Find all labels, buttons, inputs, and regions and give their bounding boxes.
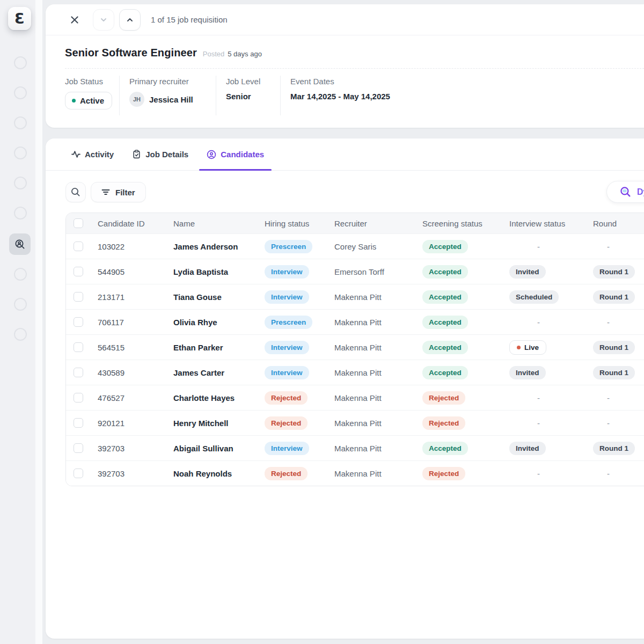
hiring-status-cell: Interview <box>261 341 331 354</box>
table-row[interactable]: 544905Lydia BaptistaInterviewEmerson Tor… <box>66 259 644 284</box>
round-badge: Round 1 <box>593 290 635 304</box>
candidate-name-cell: Noah Reynolds <box>168 469 261 478</box>
hiring-status-badge: Rejected <box>265 467 308 480</box>
recruiter-cell: Makenna Pitt <box>331 343 419 352</box>
status-badge-label: Active <box>80 96 104 105</box>
primary-recruiter-label: Primary recruiter <box>129 77 216 86</box>
tab-candidates[interactable]: Candidates <box>207 138 264 170</box>
interview-status-cell: - <box>505 318 591 327</box>
sidebar-item-2-icon[interactable] <box>14 86 27 99</box>
round-cell: Round 1 <box>591 442 644 455</box>
ai-search-button-label: Dyn <box>637 187 644 197</box>
tab-bar: Activity Job Details <box>46 138 644 171</box>
ai-search-button[interactable]: Dyn <box>606 181 644 203</box>
table-row[interactable]: 564515Ethan ParkerInterviewMakenna PittA… <box>66 334 644 360</box>
sidebar-item-10-icon[interactable] <box>14 328 27 341</box>
table-row[interactable]: 392703Abigail SullivanInterviewMakenna P… <box>66 435 644 460</box>
candidate-id-cell: 544905 <box>92 267 168 276</box>
candidate-id-cell: 213171 <box>92 292 168 302</box>
round-badge: Round 1 <box>593 442 635 455</box>
round-cell: - <box>591 469 644 478</box>
row-checkbox[interactable] <box>74 393 83 402</box>
page-title: Senior Software Engineer <box>65 47 197 59</box>
search-button[interactable] <box>65 182 86 202</box>
user-circle-icon <box>207 150 216 159</box>
interview-status-badge: Invited <box>509 265 546 279</box>
close-button[interactable] <box>68 13 81 26</box>
next-requisition-button[interactable] <box>119 9 141 31</box>
sidebar-item-9-icon[interactable] <box>14 298 27 311</box>
row-checkbox[interactable] <box>74 317 83 327</box>
round-badge: Round 1 <box>593 265 635 279</box>
tab-job-details-label: Job Details <box>145 150 188 159</box>
row-checkbox[interactable] <box>74 267 83 276</box>
row-checkbox-cell <box>66 342 92 352</box>
row-checkbox[interactable] <box>74 292 83 302</box>
round-badge: Round 1 <box>593 341 635 354</box>
recruiter-cell: Makenna Pitt <box>331 292 419 302</box>
interview-status-cell: - <box>505 419 591 428</box>
row-checkbox[interactable] <box>74 443 83 453</box>
hiring-status-badge: Rejected <box>265 416 308 430</box>
sidebar-item-4-icon[interactable] <box>14 147 27 159</box>
previous-requisition-button[interactable] <box>93 9 114 31</box>
round-cell: - <box>591 242 644 251</box>
sidebar-item-1-icon[interactable] <box>14 56 27 69</box>
round-badge-empty: - <box>607 318 610 327</box>
hiring-status-cell: Rejected <box>261 416 331 430</box>
table-row[interactable]: 213171Tiana GouseInterviewMakenna PittAc… <box>66 284 644 309</box>
row-checkbox[interactable] <box>74 241 83 251</box>
tab-activity[interactable]: Activity <box>71 138 114 170</box>
round-badge-empty: - <box>607 469 610 478</box>
chevron-up-icon <box>126 16 134 24</box>
recruiter-name: Jessica Hill <box>149 95 193 104</box>
posted-value: 5 days ago <box>228 50 262 58</box>
sidebar-item-candidate-search-active[interactable] <box>9 233 31 255</box>
interview-status-badge: Invited <box>509 442 546 455</box>
row-checkbox[interactable] <box>74 368 83 377</box>
row-checkbox[interactable] <box>74 418 83 428</box>
row-checkbox-cell <box>66 267 92 276</box>
tab-job-details[interactable]: Job Details <box>132 138 188 170</box>
row-checkbox-cell <box>66 418 92 428</box>
ai-search-icon <box>620 186 631 197</box>
candidate-id-cell: 392703 <box>92 444 168 453</box>
screening-status-badge: Accepted <box>422 290 468 304</box>
table-row[interactable]: 920121Henry MitchellRejectedMakenna Pitt… <box>66 410 644 435</box>
table-row[interactable]: 430589James CarterInterviewMakenna PittA… <box>66 360 644 385</box>
recruiter-cell: Corey Saris <box>331 242 419 251</box>
row-checkbox[interactable] <box>74 469 83 478</box>
table-row[interactable]: 476527Charlotte HayesRejectedMakenna Pit… <box>66 385 644 410</box>
hiring-status-badge: Prescreen <box>265 316 312 329</box>
app-logo-glyph: Ɛ <box>14 10 25 27</box>
row-checkbox[interactable] <box>74 342 83 352</box>
app-logo[interactable]: Ɛ <box>8 7 31 30</box>
candidate-name-cell: Tiana Gouse <box>168 292 261 302</box>
table-row[interactable]: 103022James AndersonPrescreenCorey Saris… <box>66 233 644 259</box>
table-row[interactable]: 392703Noah ReynoldsRejectedMakenna PittR… <box>66 460 644 486</box>
row-checkbox-cell <box>66 241 92 251</box>
job-level-value: Senior <box>226 92 251 101</box>
round-badge-empty: - <box>607 393 610 402</box>
sidebar-item-3-icon[interactable] <box>14 116 27 129</box>
sidebar-item-6-icon[interactable] <box>14 207 27 219</box>
sidebar-item-5-icon[interactable] <box>14 177 27 189</box>
user-search-icon <box>14 239 26 250</box>
interview-status-cell: Invited <box>505 442 591 455</box>
round-cell: Round 1 <box>591 265 644 279</box>
sidebar-item-8-icon[interactable] <box>14 268 27 281</box>
recruiter-cell: Makenna Pitt <box>331 368 419 377</box>
table-row[interactable]: 706117Olivia RhyePrescreenMakenna PittAc… <box>66 309 644 334</box>
chevron-down-icon <box>99 16 108 24</box>
round-cell: Round 1 <box>591 366 644 379</box>
select-all-checkbox[interactable] <box>74 218 83 228</box>
candidate-id-cell: 920121 <box>92 419 168 428</box>
interview-status-badge: Live <box>509 340 546 355</box>
screening-status-cell: Rejected <box>419 391 505 405</box>
requisition-counter: 1 of 15 job requisition <box>151 15 228 24</box>
candidate-name-cell: James Anderson <box>168 242 261 251</box>
row-checkbox-cell <box>66 469 92 478</box>
round-cell: - <box>591 419 644 428</box>
filter-button[interactable]: Filter <box>91 182 146 202</box>
interview-status-badge: Invited <box>509 366 546 379</box>
